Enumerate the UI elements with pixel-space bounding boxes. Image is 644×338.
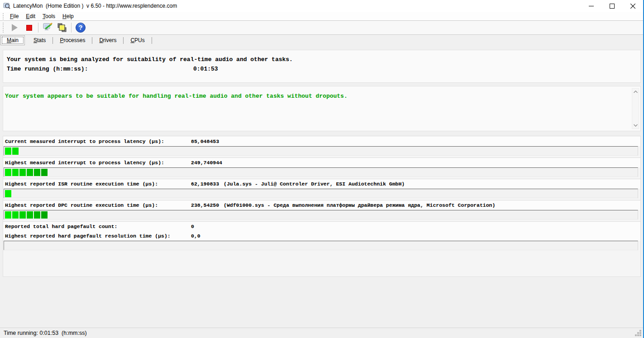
time-running-row: Time running (h:mm:ss): 0:01:53 xyxy=(7,64,640,74)
measurement-value: 0 xyxy=(191,222,194,231)
chevron-down-icon xyxy=(634,124,638,127)
time-running-value: 0:01:53 xyxy=(193,64,218,74)
maximize-button[interactable] xyxy=(601,0,622,12)
processes-button[interactable] xyxy=(56,22,68,33)
tool-bar: ? xyxy=(0,21,643,35)
latency-bar-segment xyxy=(34,211,40,219)
latency-bar xyxy=(4,189,638,198)
latency-bar-segment xyxy=(5,148,11,155)
tab-separator xyxy=(152,37,152,44)
latency-bar xyxy=(4,241,638,250)
play-icon xyxy=(12,24,18,31)
menu-file[interactable]: File xyxy=(6,12,22,20)
latency-bar xyxy=(4,210,638,219)
suitability-panel: Your system appears to be suitable for h… xyxy=(3,86,641,131)
measurement-label: Highest reported ISR routine execution t… xyxy=(5,181,158,187)
start-monitor-button[interactable] xyxy=(8,22,21,33)
time-running-label: Time running (h:mm:ss): xyxy=(7,66,88,72)
menu-tools[interactable]: Tools xyxy=(39,12,59,20)
measurement-label: Reported total hard pagefault count: xyxy=(5,224,117,229)
latency-bar-segment xyxy=(19,169,26,176)
latency-bar-segment xyxy=(12,211,19,219)
latency-bar-segment xyxy=(5,169,11,176)
window-controls xyxy=(581,0,643,12)
menu-help[interactable]: Help xyxy=(59,12,77,20)
stop-monitor-button[interactable] xyxy=(23,22,35,33)
latency-bar-segment xyxy=(19,211,26,219)
latency-bar-segment xyxy=(27,211,33,219)
suitability-message: Your system appears to be suitable for h… xyxy=(5,92,640,101)
resize-grip[interactable] xyxy=(634,329,642,337)
measurement-label: Highest reported hard pagefault resoluti… xyxy=(5,233,171,239)
scroll-up-button[interactable] xyxy=(632,89,639,95)
measurement-row: Highest reported ISR routine execution t… xyxy=(3,179,640,200)
measurement-value: 249,740944 xyxy=(191,158,222,167)
options-button[interactable] xyxy=(41,22,54,33)
tab-drivers[interactable]: Drivers xyxy=(93,35,122,45)
latency-bar-segment xyxy=(12,169,19,176)
measurement-row: Highest reported DPC routine execution t… xyxy=(3,200,640,222)
latency-bar-segment xyxy=(41,169,48,176)
measurement-driver-detail: (Wdf01000.sys - Среда выполнения платфор… xyxy=(224,200,495,210)
minimize-icon xyxy=(589,4,594,9)
help-button[interactable]: ? xyxy=(74,22,87,33)
suitability-scrollbar[interactable] xyxy=(632,88,639,129)
tab-bar: Main Stats Processes Drivers CPUs xyxy=(0,35,643,46)
latency-bar-segment xyxy=(41,211,48,219)
tab-stats[interactable]: Stats xyxy=(28,35,52,45)
tab-main[interactable]: Main xyxy=(0,35,25,45)
analysis-status-text: Your system is being analyzed for suitab… xyxy=(7,55,640,64)
latency-bar xyxy=(4,146,638,156)
latency-bar-segment xyxy=(5,211,11,219)
toolbar-separator xyxy=(71,23,72,33)
status-bar: Time running: 0:01:53 (h:mm:ss) xyxy=(0,328,643,338)
close-icon xyxy=(630,4,635,9)
svg-text:?: ? xyxy=(79,24,83,31)
menu-bar: File Edit Tools Help xyxy=(0,12,643,21)
chevron-up-icon xyxy=(634,90,638,93)
client-area: Your system is being analyzed for suitab… xyxy=(0,46,643,328)
tab-cpus[interactable]: CPUs xyxy=(124,35,150,45)
latency-bar-segment xyxy=(5,190,11,197)
latency-bar-segment xyxy=(34,169,40,176)
measurement-value: 62,190833 xyxy=(191,179,219,189)
measurement-value: 0,0 xyxy=(191,231,200,241)
measurement-value: 85,048453 xyxy=(191,137,219,146)
minimize-button[interactable] xyxy=(581,0,601,12)
latency-bar-segment xyxy=(12,148,19,155)
measurement-row: Current measured interrupt to process la… xyxy=(3,137,640,158)
latency-bar xyxy=(4,167,638,177)
close-button[interactable] xyxy=(622,0,643,12)
menu-edit[interactable]: Edit xyxy=(22,12,39,20)
toolbar-separator xyxy=(38,23,38,33)
tab-separator xyxy=(92,37,92,44)
stop-icon xyxy=(26,25,32,31)
tab-separator xyxy=(52,37,53,44)
maximize-icon xyxy=(610,4,615,9)
window-title: LatencyMon (Home Edition ) v 6.50 - http… xyxy=(13,3,177,9)
statusbar-time-running: Time running: 0:01:53 (h:mm:ss) xyxy=(4,330,87,336)
help-icon: ? xyxy=(75,22,86,33)
latencymon-window: LatencyMon (Home Edition ) v 6.50 - http… xyxy=(0,0,644,338)
measurement-row: Reported total hard pagefault count: 0 xyxy=(3,222,640,231)
measurement-driver-detail: (Jula.sys - Juli@ Controler Driver, ESI … xyxy=(224,179,405,189)
title-bar: LatencyMon (Home Edition ) v 6.50 - http… xyxy=(0,0,643,12)
measurement-value: 238,54250 xyxy=(191,200,219,210)
measurement-label: Highest measured interrupt to process la… xyxy=(5,160,164,166)
latency-bar-segment xyxy=(27,169,33,176)
tab-processes[interactable]: Processes xyxy=(54,35,91,45)
processes-icon xyxy=(57,22,67,33)
options-icon xyxy=(42,22,53,33)
analysis-info-panel: Your system is being analyzed for suitab… xyxy=(3,50,641,83)
tab-separator xyxy=(123,37,124,44)
scroll-down-button[interactable] xyxy=(632,122,639,129)
app-icon xyxy=(3,2,10,10)
measurement-row: Highest reported hard pagefault resoluti… xyxy=(3,231,640,250)
measurement-label: Highest reported DPC routine execution t… xyxy=(5,202,158,208)
measurements-panel: Current measured interrupt to process la… xyxy=(3,136,641,277)
measurement-row: Highest measured interrupt to process la… xyxy=(3,158,640,179)
measurement-label: Current measured interrupt to process la… xyxy=(5,138,164,144)
